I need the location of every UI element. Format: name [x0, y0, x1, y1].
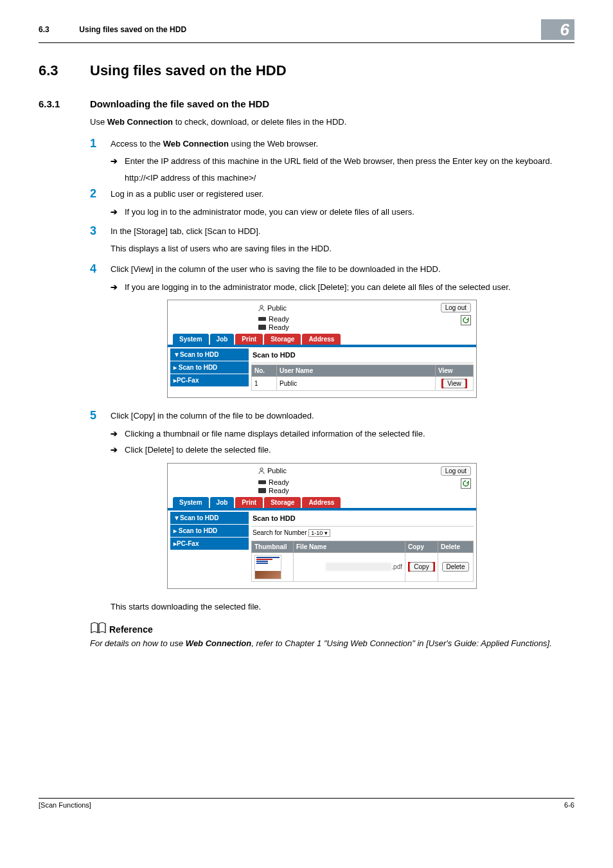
subsection-num: 6.3.1 [39, 98, 90, 109]
view-button[interactable]: View [443, 379, 466, 388]
logged-user: Public [258, 467, 287, 475]
step-1: 1 Access to the Web Connection using the… [90, 138, 574, 150]
copy-button[interactable]: Copy [409, 562, 433, 572]
table-row: 1 Public View [252, 377, 474, 391]
thumbnail-icon [254, 555, 281, 579]
scanner-icon [258, 324, 267, 330]
footer-right: 6-6 [564, 801, 574, 809]
tabs: System Job Print Storage Address [168, 334, 476, 345]
sidebar-item-pcfax[interactable]: ▸PC-Fax [170, 374, 249, 387]
cell-thumb[interactable] [252, 552, 294, 581]
th-view: View [436, 365, 474, 377]
cell-user: Public [277, 377, 436, 391]
svg-rect-4 [258, 480, 266, 484]
refresh-button[interactable] [461, 315, 471, 325]
step-1-bullet: ➔ Enter the IP address of this machine i… [111, 155, 574, 168]
search-select[interactable]: 1-10 ▾ [308, 529, 330, 537]
book-icon [90, 622, 107, 635]
refresh-icon [463, 480, 469, 487]
user-table: No. User Name View 1 Public View [251, 365, 474, 391]
header-title: Using files saved on the HDD [79, 25, 186, 34]
th-file: File Name [294, 541, 405, 552]
intro-text: Use Web Connection to check, download, o… [90, 116, 574, 129]
step-number: 2 [90, 188, 111, 201]
step-3-cont: This displays a list of users who are sa… [111, 242, 574, 255]
svg-rect-1 [258, 317, 266, 321]
chapter-badge: 6 [541, 19, 574, 40]
panel-title: Scan to HDD [251, 348, 474, 363]
step-4-bullet: ➔ If you are logging in to the administr… [111, 281, 574, 294]
arrow-icon: ➔ [111, 444, 125, 457]
highlight-copy: Copy [408, 562, 434, 572]
th-thumb: Thumbnail [252, 541, 294, 552]
reference-heading: Reference [90, 622, 574, 635]
cell-no: 1 [252, 377, 277, 391]
tab-storage[interactable]: Storage [264, 497, 301, 508]
printer-icon [258, 479, 267, 485]
sidebar-item-pcfax[interactable]: ▸PC-Fax [170, 538, 249, 550]
refresh-button[interactable] [461, 478, 471, 489]
footer-left: [Scan Functions] [39, 801, 91, 809]
refresh-icon [463, 317, 469, 323]
sidebar-item-scan-hdd[interactable]: ▼Scan to HDD [170, 512, 249, 525]
delete-button[interactable]: Delete [442, 562, 470, 572]
user-icon [258, 467, 265, 475]
th-user: User Name [277, 365, 436, 377]
arrow-icon: ➔ [111, 155, 125, 168]
logout-button[interactable]: Log out [441, 303, 471, 312]
tab-storage[interactable]: Storage [264, 334, 301, 345]
file-table: Thumbnail File Name Copy Delete [251, 541, 474, 582]
tab-print[interactable]: Print [235, 497, 263, 508]
section-heading: 6.3Using files saved on the HDD [39, 62, 574, 79]
table-row: .pdf Copy Delete [252, 552, 474, 581]
header-left: 6.3 Using files saved on the HDD [39, 25, 186, 34]
sidebar-item-scan-hdd-sub[interactable]: ▸ Scan to HDD [170, 361, 249, 374]
tab-address[interactable]: Address [302, 334, 341, 345]
svg-rect-2 [258, 325, 266, 330]
closing-text: This starts downloading the selected fil… [111, 601, 574, 613]
tabs: System Job Print Storage Address [168, 497, 476, 508]
step-number: 5 [90, 410, 111, 422]
section-title: Using files saved on the HDD [90, 62, 287, 78]
step-text: In the [Storage] tab, click [Scan to HDD… [111, 225, 574, 238]
tab-system[interactable]: System [173, 497, 209, 508]
svg-point-0 [260, 305, 263, 307]
page-footer: [Scan Functions] 6-6 [39, 798, 574, 809]
cell-filename[interactable]: .pdf [294, 552, 405, 581]
step-text: Click [Copy] in the column of the file t… [111, 410, 574, 422]
logged-user: Public [258, 304, 287, 312]
arrow-icon: ➔ [111, 281, 125, 294]
logout-button[interactable]: Log out [441, 466, 471, 476]
header-section-num: 6.3 [39, 25, 77, 34]
printer-icon [258, 316, 267, 322]
tab-job[interactable]: Job [210, 334, 235, 345]
th-delete: Delete [438, 541, 474, 552]
sidebar-item-scan-hdd-sub[interactable]: ▸ Scan to HDD [170, 525, 249, 538]
step-2-bullet: ➔ If you log in to the administrator mod… [111, 206, 574, 219]
step-5: 5 Click [Copy] in the column of the file… [90, 410, 574, 422]
tab-print[interactable]: Print [235, 334, 263, 345]
scanner-icon [258, 487, 267, 494]
search-row: Search for Number 1-10 ▾ [251, 528, 474, 541]
sidebar-item-scan-hdd[interactable]: ▼Scan to HDD [170, 348, 249, 361]
running-header: 6.3 Using files saved on the HDD 6 [39, 19, 574, 43]
user-icon [258, 304, 265, 312]
arrow-icon: ➔ [111, 206, 125, 219]
tab-job[interactable]: Job [210, 497, 235, 508]
panel-title: Scan to HDD [251, 512, 474, 527]
tab-system[interactable]: System [173, 334, 209, 345]
section-num: 6.3 [39, 62, 90, 79]
screenshot-file-list: Public Log out Ready Ready System Job Pr… [167, 463, 477, 589]
reference-text: For details on how to use Web Connection… [90, 637, 574, 650]
th-no: No. [252, 365, 277, 377]
step-5-bullet-1: ➔ Clicking a thumbnail or file name disp… [111, 428, 574, 440]
subsection-heading: 6.3.1Downloading the file saved on the H… [39, 98, 574, 109]
sidebar: ▼Scan to HDD ▸ Scan to HDD ▸PC-Fax [170, 512, 249, 582]
step-3: 3 In the [Storage] tab, click [Scan to H… [90, 225, 574, 238]
step-number: 1 [90, 138, 111, 150]
subsection-title: Downloading the file saved on the HDD [90, 98, 269, 109]
tab-address[interactable]: Address [302, 497, 341, 508]
step-text: Log in as a public user or registered us… [111, 188, 574, 201]
step-1-cont: http://<IP address of this machine>/ [111, 172, 574, 185]
sidebar: ▼Scan to HDD ▸ Scan to HDD ▸PC-Fax [170, 348, 249, 391]
